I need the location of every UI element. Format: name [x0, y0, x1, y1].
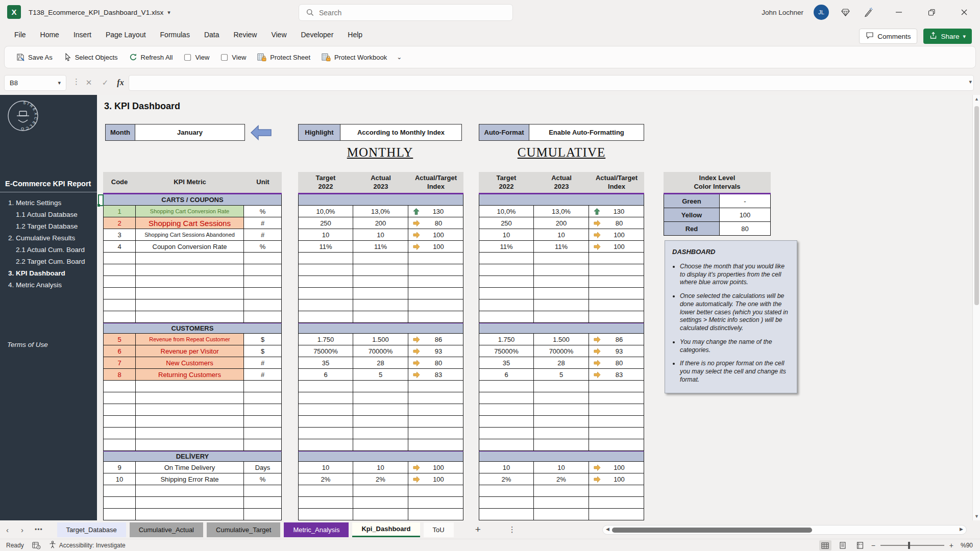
- scroll-right-icon[interactable]: ▶: [960, 527, 963, 532]
- active-cell-selection[interactable]: [98, 194, 104, 206]
- empty-cell[interactable]: [408, 381, 463, 392]
- menu-item-data[interactable]: Data: [197, 24, 227, 45]
- sidebar-item-1-1-actual-database[interactable]: 1.1 Actual Database: [0, 209, 97, 220]
- empty-cell[interactable]: [479, 416, 534, 428]
- target-cell[interactable]: 75000%: [298, 345, 353, 357]
- spreadsheet-area[interactable]: 3. KPI Dashboard Month January Highlight…: [97, 95, 980, 520]
- actual-cell[interactable]: 200: [353, 217, 408, 229]
- index-cell[interactable]: 100: [589, 462, 644, 473]
- empty-cell[interactable]: [298, 404, 353, 416]
- empty-cell[interactable]: [534, 288, 589, 299]
- empty-cell[interactable]: [353, 299, 408, 311]
- metric-cell[interactable]: New Customers: [136, 357, 244, 369]
- empty-cell[interactable]: [589, 509, 644, 520]
- sidebar-item-2-1-actual-cum-board[interactable]: 2.1 Actual Cum. Board: [0, 244, 97, 256]
- empty-cell[interactable]: [353, 404, 408, 416]
- index-cell[interactable]: 80: [589, 217, 644, 229]
- vertical-scrollbar[interactable]: ▲ ▼: [972, 95, 980, 520]
- close-button[interactable]: [957, 5, 972, 20]
- empty-cell[interactable]: [298, 509, 353, 520]
- index-cell[interactable]: 93: [589, 345, 644, 357]
- target-cell[interactable]: 1.750: [479, 334, 534, 345]
- empty-cell[interactable]: [136, 428, 244, 439]
- actual-cell[interactable]: 200: [534, 217, 589, 229]
- unit-cell[interactable]: $: [244, 345, 282, 357]
- legend-value-cell[interactable]: 80: [720, 222, 771, 236]
- zoom-out-button[interactable]: −: [871, 541, 875, 549]
- code-cell[interactable]: 2: [103, 217, 136, 229]
- empty-cell[interactable]: [136, 264, 244, 276]
- actual-cell[interactable]: 1.500: [534, 334, 589, 345]
- code-cell[interactable]: 4: [103, 241, 136, 253]
- empty-cell[interactable]: [103, 253, 136, 264]
- toolbar-save-as-button[interactable]: Save As: [11, 49, 58, 65]
- empty-cell[interactable]: [244, 416, 282, 428]
- empty-cell[interactable]: [589, 264, 644, 276]
- unit-cell[interactable]: Days: [244, 462, 282, 473]
- legend-label-cell[interactable]: Yellow: [664, 208, 720, 222]
- empty-cell[interactable]: [136, 416, 244, 428]
- empty-cell[interactable]: [479, 253, 534, 264]
- empty-cell[interactable]: [298, 497, 353, 509]
- empty-cell[interactable]: [534, 253, 589, 264]
- empty-cell[interactable]: [534, 497, 589, 509]
- metric-cell[interactable]: Revenue per Visitor: [136, 345, 244, 357]
- legend-value-cell[interactable]: -: [720, 194, 771, 208]
- minimize-button[interactable]: [891, 5, 906, 20]
- code-cell[interactable]: 9: [103, 462, 136, 473]
- empty-cell[interactable]: [589, 485, 644, 497]
- unit-cell[interactable]: #: [244, 229, 282, 241]
- empty-cell[interactable]: [244, 497, 282, 509]
- empty-cell[interactable]: [589, 381, 644, 392]
- index-cell[interactable]: 80: [408, 357, 463, 369]
- section-header-cell[interactable]: CARTS / COUPONS: [103, 194, 282, 206]
- search-input[interactable]: [319, 9, 505, 17]
- sheet-tab-kpi-dashboard[interactable]: Kpi_Dashboard: [352, 522, 420, 537]
- sidebar-item-3-kpi-dashboard[interactable]: 3. KPI Dashboard: [0, 267, 97, 279]
- empty-cell[interactable]: [534, 299, 589, 311]
- empty-cell[interactable]: [589, 416, 644, 428]
- empty-cell[interactable]: [244, 392, 282, 404]
- empty-cell[interactable]: [589, 428, 644, 439]
- empty-cell[interactable]: [479, 497, 534, 509]
- empty-cell[interactable]: [298, 276, 353, 288]
- empty-cell[interactable]: [408, 485, 463, 497]
- empty-cell[interactable]: [408, 509, 463, 520]
- prev-sheet-icon[interactable]: ‹: [0, 525, 15, 534]
- unit-cell[interactable]: %: [244, 206, 282, 217]
- actual-cell[interactable]: 10: [534, 229, 589, 241]
- sidebar-item-2-cumulative-results[interactable]: 2. Cumulative Results: [0, 232, 97, 244]
- actual-cell[interactable]: 2%: [534, 473, 589, 485]
- empty-cell[interactable]: [479, 381, 534, 392]
- actual-cell[interactable]: 70000%: [353, 345, 408, 357]
- legend-label-cell[interactable]: Red: [664, 222, 720, 236]
- empty-cell[interactable]: [479, 404, 534, 416]
- empty-cell[interactable]: [298, 288, 353, 299]
- scroll-up-icon[interactable]: ▲: [973, 96, 980, 102]
- unit-cell[interactable]: #: [244, 369, 282, 381]
- next-sheet-icon[interactable]: ›: [15, 525, 30, 534]
- empty-cell[interactable]: [103, 439, 136, 451]
- empty-cell[interactable]: [136, 253, 244, 264]
- empty-cell[interactable]: [534, 428, 589, 439]
- empty-cell[interactable]: [479, 428, 534, 439]
- section-header-cell[interactable]: [479, 194, 644, 206]
- empty-cell[interactable]: [589, 288, 644, 299]
- target-cell[interactable]: 75000%: [479, 345, 534, 357]
- empty-cell[interactable]: [136, 381, 244, 392]
- empty-cell[interactable]: [298, 264, 353, 276]
- section-row-customers[interactable]: [298, 322, 463, 334]
- actual-cell[interactable]: 10: [353, 462, 408, 473]
- index-cell[interactable]: 100: [589, 229, 644, 241]
- empty-cell[interactable]: [479, 439, 534, 451]
- page-break-view-button[interactable]: [854, 540, 866, 550]
- empty-cell[interactable]: [103, 381, 136, 392]
- target-cell[interactable]: 2%: [298, 473, 353, 485]
- code-cell[interactable]: 5: [103, 334, 136, 345]
- metric-cell[interactable]: Shopping Cart Sessions: [136, 217, 244, 229]
- menu-item-file[interactable]: File: [7, 24, 33, 45]
- empty-cell[interactable]: [244, 264, 282, 276]
- horizontal-scrollbar[interactable]: ◀ ▶: [602, 525, 967, 535]
- share-button[interactable]: Share ▾: [923, 29, 972, 44]
- menu-item-formulas[interactable]: Formulas: [153, 24, 197, 45]
